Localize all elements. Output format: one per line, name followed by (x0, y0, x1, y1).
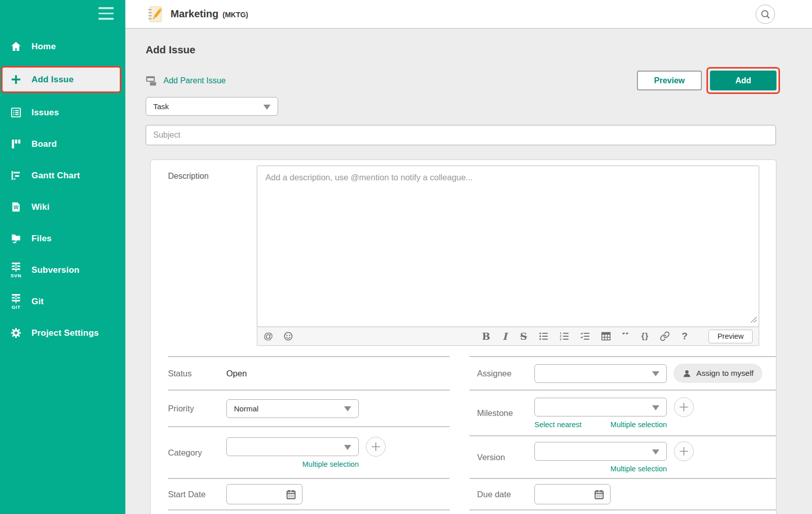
project-name: Marketing (171, 8, 218, 20)
project-notepad-icon (147, 5, 163, 23)
sidebar-item-label: Wiki (31, 202, 50, 212)
sidebar-item-issues[interactable]: Issues (0, 101, 125, 124)
editor-preview-button[interactable]: Preview (708, 330, 753, 343)
sidebar-item-label: Issues (31, 108, 59, 118)
link-icon[interactable] (660, 330, 670, 343)
start-date-input[interactable] (226, 484, 302, 504)
form-column-right: Assignee Assign to myself Milestone (469, 356, 776, 510)
parent-issue-icon (146, 75, 158, 86)
assignee-label: Assignee (477, 369, 534, 378)
files-icon (9, 233, 23, 244)
add-parent-issue-label: Add Parent Issue (163, 76, 226, 85)
add-category-button[interactable] (366, 437, 386, 457)
sidebar-item-gantt-chart[interactable]: Gantt Chart (0, 164, 125, 187)
description-row: Description Add a description, use @ment… (151, 160, 776, 356)
subject-input[interactable] (146, 125, 776, 145)
page-title: Add Issue (146, 44, 776, 56)
version-multiple-selection-link[interactable]: Multiple selection (611, 465, 667, 473)
plus-icon (9, 74, 23, 85)
due-date-input[interactable] (534, 484, 611, 504)
repository-icon: SVN (9, 262, 23, 278)
assignee-select[interactable] (534, 364, 667, 383)
hamburger-menu-icon[interactable] (98, 7, 115, 21)
priority-label: Priority (168, 404, 226, 413)
category-row: Category Multiple selection (168, 426, 450, 478)
help-icon[interactable]: ? (681, 330, 689, 343)
description-textarea[interactable]: Add a description, use @mention to notif… (257, 166, 759, 327)
version-select[interactable] (534, 442, 667, 461)
action-row: Add Parent Issue Preview Add (146, 67, 776, 94)
emoji-icon[interactable] (283, 330, 293, 343)
gear-icon (9, 327, 23, 339)
status-value: Open (226, 369, 247, 378)
chevron-down-icon (652, 449, 659, 455)
person-icon (682, 369, 692, 378)
issue-form-panel: Description Add a description, use @ment… (150, 159, 776, 514)
add-button[interactable]: Add (710, 71, 776, 90)
task-list-icon[interactable] (580, 330, 590, 343)
bullet-list-icon[interactable] (538, 330, 549, 343)
chevron-down-icon (652, 405, 659, 410)
form-column-left: Status Open Priority Normal Category (168, 356, 450, 510)
milestone-multiple-selection-link[interactable]: Multiple selection (611, 421, 667, 429)
bold-icon[interactable]: B (482, 330, 490, 343)
search-button[interactable] (756, 5, 775, 24)
sidebar-item-subversion[interactable]: SVN Subversion (0, 258, 125, 282)
sidebar-item-label: Subversion (31, 265, 80, 275)
chevron-down-icon (344, 445, 351, 450)
strikethrough-icon[interactable]: S (520, 330, 528, 343)
italic-icon[interactable]: I (501, 330, 509, 343)
annotation-highlight-box: Add (706, 67, 780, 94)
plus-icon (679, 402, 689, 412)
status-row: Status Open (168, 356, 450, 390)
sidebar-nav: Home Add Issue Issues Board Gantt Chart (0, 35, 125, 345)
svg-text:W: W (13, 204, 18, 210)
assignee-row: Assignee Assign to myself (469, 356, 776, 390)
mention-icon[interactable]: @ (263, 330, 273, 343)
numbered-list-icon[interactable]: 123 (559, 330, 569, 343)
sidebar-item-label: Board (31, 139, 57, 149)
project-key: (MKTG) (222, 9, 248, 19)
sidebar-item-add-issue[interactable]: Add Issue (1, 66, 121, 93)
chevron-down-icon (263, 105, 270, 110)
editor-toolbar: @ B I S 123 (257, 327, 759, 346)
add-version-button[interactable] (674, 441, 694, 461)
sidebar-item-board[interactable]: Board (0, 132, 125, 156)
calendar-icon (286, 489, 296, 500)
home-icon (9, 41, 23, 52)
preview-button[interactable]: Preview (637, 71, 702, 90)
version-label: Version (477, 453, 534, 462)
calendar-icon (594, 489, 604, 500)
version-row: Version Multiple selection (469, 435, 776, 478)
sidebar-item-project-settings[interactable]: Project Settings (0, 321, 125, 345)
priority-value: Normal (234, 404, 258, 413)
code-braces-icon[interactable]: {} (641, 330, 649, 343)
category-select[interactable] (226, 437, 359, 456)
search-icon (760, 9, 771, 20)
sidebar-item-files[interactable]: Files (0, 227, 125, 250)
assign-to-myself-button[interactable]: Assign to myself (673, 364, 762, 383)
gantt-chart-icon (9, 170, 23, 181)
category-multiple-selection-link[interactable]: Multiple selection (302, 460, 359, 468)
add-parent-issue-link[interactable]: Add Parent Issue (146, 75, 226, 86)
milestone-label: Milestone (477, 408, 534, 418)
add-milestone-button[interactable] (674, 397, 694, 417)
resize-handle-icon[interactable] (750, 315, 757, 325)
sidebar-item-git[interactable]: GIT Git (0, 290, 125, 313)
plus-icon (679, 446, 689, 457)
select-nearest-link[interactable]: Select nearest (534, 421, 582, 429)
description-editor: Add a description, use @mention to notif… (257, 166, 759, 346)
due-date-row: Due date (469, 478, 776, 510)
git-badge: GIT (12, 305, 21, 310)
sidebar-item-home[interactable]: Home (0, 35, 125, 58)
status-label: Status (168, 369, 226, 378)
wiki-document-icon: W (9, 201, 23, 213)
sidebar-item-wiki[interactable]: W Wiki (0, 195, 125, 219)
milestone-select[interactable] (534, 398, 667, 416)
issue-type-select[interactable]: Task (146, 97, 278, 116)
table-icon[interactable] (601, 330, 611, 343)
sidebar-item-label: Home (31, 42, 56, 52)
assign-to-myself-label: Assign to myself (696, 369, 754, 378)
blockquote-icon[interactable]: ” (622, 333, 630, 340)
priority-select[interactable]: Normal (226, 399, 359, 418)
